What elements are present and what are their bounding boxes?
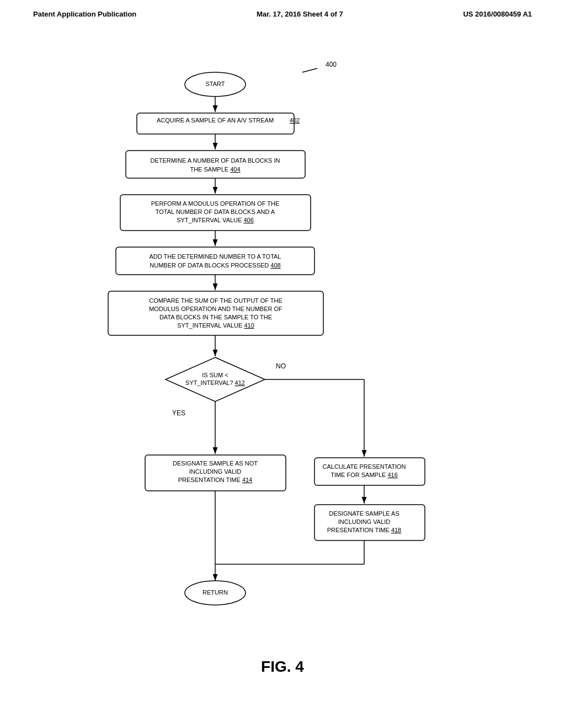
node-414-line3: PRESENTATION TIME 414: [178, 477, 252, 483]
node-416-line1: CALCULATE PRESENTATION: [323, 463, 406, 470]
node-410-line1: COMPARE THE SUM OF THE OUTPUT OF THE: [149, 297, 282, 304]
start-label: START: [205, 81, 225, 87]
node-402: [137, 113, 294, 134]
node-418-line1: DESIGNATE SAMPLE AS: [329, 510, 399, 517]
no-label: NO: [276, 362, 286, 370]
node-414-line2: INCLUDING VALID: [189, 468, 242, 475]
node-404-line1: DETERMINE A NUMBER OF DATA BLOCKS IN: [151, 157, 280, 164]
node-418-line3: PRESENTATION TIME 418: [327, 527, 401, 533]
node-406-line1: PERFORM A MODULUS OPERATION OF THE: [151, 200, 279, 207]
header-left: Patent Application Publication: [33, 10, 136, 18]
node-412-line1: IS SUM <: [202, 372, 228, 378]
svg-line-1: [302, 68, 317, 72]
node-412-line2: SYT_INTERVAL? 412: [185, 379, 245, 386]
flowchart-container: 400 START ACQUIRE A SAMPLE OF AN A/V STR…: [0, 18, 565, 652]
node-416-line2: TIME FOR SAMPLE 416: [331, 472, 398, 478]
flowchart-svg: 400 START ACQUIRE A SAMPLE OF AN A/V STR…: [0, 18, 565, 652]
diagram-ref: 400: [326, 61, 337, 68]
node-406-line3: SYT_INTERVAL VALUE 406: [177, 217, 254, 223]
node-404-line2: THE SAMPLE 404: [190, 166, 240, 173]
node-402-text: ACQUIRE A SAMPLE OF AN A/V STREAM: [157, 117, 274, 124]
fig-label: FIG. 4: [0, 658, 565, 676]
node-410-line4: SYT_INTERVAL VALUE 410: [177, 322, 254, 329]
header-right: US 2016/0080459 A1: [463, 10, 532, 18]
node-404: [126, 151, 305, 178]
node-418-line2: INCLUDING VALID: [338, 518, 391, 525]
node-410-line3: DATA BLOCKS IN THE SAMPLE TO THE: [159, 314, 272, 320]
node-408-line2: NUMBER OF DATA BLOCKS PROCESSED 408: [150, 262, 280, 269]
node-408-line1: ADD THE DETERMINED NUMBER TO A TOTAL: [150, 253, 281, 260]
node-414-line1: DESIGNATE SAMPLE AS NOT: [173, 460, 258, 467]
node-410-line2: MODULUS OPERATION AND THE NUMBER OF: [149, 306, 282, 312]
node-402-ref: 402: [290, 117, 300, 124]
return-label: RETURN: [202, 589, 228, 596]
node-406-line2: TOTAL NUMBER OF DATA BLOCKS AND A: [156, 208, 275, 215]
header-middle: Mar. 17, 2016 Sheet 4 of 7: [257, 10, 343, 18]
page-header: Patent Application Publication Mar. 17, …: [0, 0, 565, 18]
node-408: [116, 247, 315, 275]
yes-label: YES: [172, 409, 185, 417]
